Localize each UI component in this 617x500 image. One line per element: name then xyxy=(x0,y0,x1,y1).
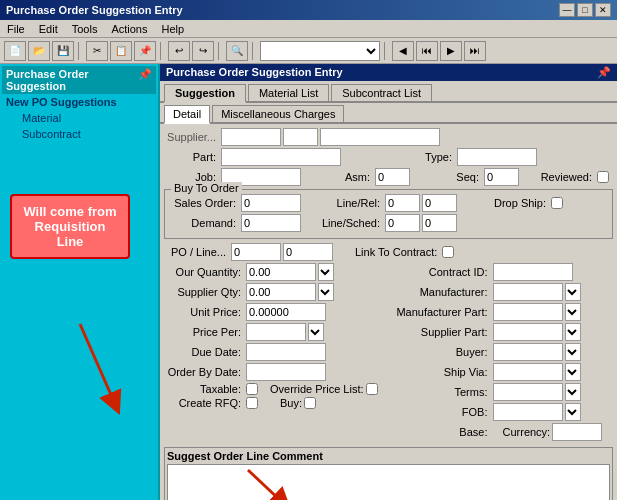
supplier-part-dropdown[interactable] xyxy=(565,323,581,341)
left-panel-pin: 📌 xyxy=(138,68,152,92)
form-content: Supplier... Part: Type: Job: Asm: Seq: xyxy=(160,124,617,500)
part-input[interactable] xyxy=(221,148,341,166)
line-input[interactable] xyxy=(283,243,333,261)
line-rel-input1[interactable] xyxy=(385,194,420,212)
callout-text: Will come from Requisition Line xyxy=(23,204,116,249)
menu-help[interactable]: Help xyxy=(158,22,187,36)
currency-input[interactable] xyxy=(552,423,602,441)
po-input[interactable] xyxy=(231,243,281,261)
tree-root[interactable]: New PO Suggestions xyxy=(2,94,156,110)
override-price-list-checkbox[interactable] xyxy=(366,383,378,395)
override-price-list-label: Override Price List: xyxy=(270,383,364,395)
manufacturer-dropdown[interactable] xyxy=(565,283,581,301)
redo-button[interactable]: ↪ xyxy=(192,41,214,61)
maximize-button[interactable]: □ xyxy=(577,3,593,17)
tree-material[interactable]: Material xyxy=(2,110,156,126)
minimize-button[interactable]: — xyxy=(559,3,575,17)
unit-price-label: Unit Price: xyxy=(164,306,244,318)
our-quantity-input[interactable] xyxy=(246,263,316,281)
order-by-date-input[interactable] xyxy=(246,363,326,381)
line-rel-input2[interactable] xyxy=(422,194,457,212)
separator-2 xyxy=(160,42,164,60)
asm-input[interactable] xyxy=(375,168,410,186)
supplier-input[interactable] xyxy=(221,128,281,146)
close-button[interactable]: ✕ xyxy=(595,3,611,17)
buy-to-order-title: Buy To Order xyxy=(171,182,242,194)
seq-input[interactable] xyxy=(484,168,519,186)
tab-suggestion[interactable]: Suggestion xyxy=(164,84,246,103)
cut-button[interactable]: ✂ xyxy=(86,41,108,61)
sub-tab-bar: Detail Miscellaneous Charges xyxy=(160,103,617,124)
copy-button[interactable]: 📋 xyxy=(110,41,132,61)
unit-price-input[interactable] xyxy=(246,303,326,321)
taxable-checkbox[interactable] xyxy=(246,383,258,395)
contract-id-input[interactable] xyxy=(493,263,573,281)
comment-label: Suggest Order Line Comment xyxy=(167,450,610,462)
comment-box[interactable] xyxy=(167,464,610,500)
paste-button[interactable]: 📌 xyxy=(134,41,156,61)
window-controls[interactable]: — □ ✕ xyxy=(559,3,611,17)
sub-tab-misc[interactable]: Miscellaneous Charges xyxy=(212,105,344,122)
last-button[interactable]: ⏭ xyxy=(464,41,486,61)
tree-subcontract[interactable]: Subcontract xyxy=(2,126,156,142)
fob-input[interactable] xyxy=(493,403,563,421)
sales-order-label: Sales Order: xyxy=(169,197,239,209)
tab-subcontract-list[interactable]: Subcontract List xyxy=(331,84,432,101)
sales-order-input[interactable] xyxy=(241,194,301,212)
manufacturer-input[interactable] xyxy=(493,283,563,301)
tab-material-list[interactable]: Material List xyxy=(248,84,329,101)
demand-row: Demand: Line/Sched: xyxy=(169,214,608,232)
menu-bar: File Edit Tools Actions Help xyxy=(0,20,617,38)
left-column: Our Quantity: Supplier Qty: Unit Price: xyxy=(164,263,387,443)
link-contract-checkbox[interactable] xyxy=(442,246,454,258)
manufacturer-part-dropdown[interactable] xyxy=(565,303,581,321)
price-per-input[interactable] xyxy=(246,323,306,341)
taxable-label: Taxable: xyxy=(164,383,244,395)
create-rfq-checkbox[interactable] xyxy=(246,397,258,409)
menu-edit[interactable]: Edit xyxy=(36,22,61,36)
svg-line-3 xyxy=(248,470,283,500)
next-button[interactable]: ▶ xyxy=(440,41,462,61)
supplier-part-input[interactable] xyxy=(493,323,563,341)
detail-columns: Our Quantity: Supplier Qty: Unit Price: xyxy=(164,263,613,443)
price-per-dropdown[interactable] xyxy=(308,323,324,341)
fob-dropdown[interactable] xyxy=(565,403,581,421)
sub-tab-detail[interactable]: Detail xyxy=(164,105,210,124)
terms-dropdown[interactable] xyxy=(565,383,581,401)
drop-ship-checkbox[interactable] xyxy=(551,197,563,209)
terms-input[interactable] xyxy=(493,383,563,401)
reviewed-checkbox[interactable] xyxy=(597,171,609,183)
supplier-qty-row: Supplier Qty: xyxy=(164,283,387,301)
ship-via-dropdown[interactable] xyxy=(565,363,581,381)
manufacturer-part-input[interactable] xyxy=(493,303,563,321)
first-button[interactable]: ⏮ xyxy=(416,41,438,61)
buyer-input[interactable] xyxy=(493,343,563,361)
undo-button[interactable]: ↩ xyxy=(168,41,190,61)
supplier-qty-dropdown[interactable] xyxy=(318,283,334,301)
buy-checkbox[interactable] xyxy=(304,397,316,409)
supplier-name-input[interactable] xyxy=(320,128,440,146)
due-date-input[interactable] xyxy=(246,343,326,361)
find-button[interactable]: 🔍 xyxy=(226,41,248,61)
ship-via-input[interactable] xyxy=(493,363,563,381)
supplier-part-label: Supplier Part: xyxy=(391,326,491,338)
open-button[interactable]: 📂 xyxy=(28,41,50,61)
supplier-qty-input[interactable] xyxy=(246,283,316,301)
toolbar-dropdown[interactable] xyxy=(260,41,380,61)
menu-tools[interactable]: Tools xyxy=(69,22,101,36)
prev-button[interactable]: ◀ xyxy=(392,41,414,61)
supplier-input2[interactable] xyxy=(283,128,318,146)
terms-label: Terms: xyxy=(391,386,491,398)
fob-row: FOB: xyxy=(391,403,614,421)
asm-label: Asm: xyxy=(303,171,373,183)
line-sched-input1[interactable] xyxy=(385,214,420,232)
buyer-dropdown[interactable] xyxy=(565,343,581,361)
new-button[interactable]: 📄 xyxy=(4,41,26,61)
demand-input[interactable] xyxy=(241,214,301,232)
menu-file[interactable]: File xyxy=(4,22,28,36)
line-sched-input2[interactable] xyxy=(422,214,457,232)
type-input[interactable] xyxy=(457,148,537,166)
save-button[interactable]: 💾 xyxy=(52,41,74,61)
menu-actions[interactable]: Actions xyxy=(108,22,150,36)
our-quantity-dropdown[interactable] xyxy=(318,263,334,281)
